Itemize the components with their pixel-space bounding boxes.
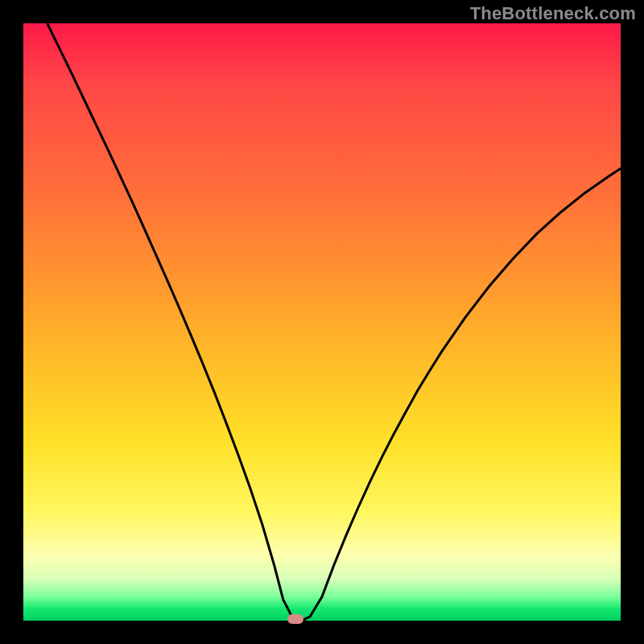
optimal-marker	[287, 614, 303, 624]
curve-svg	[23, 23, 621, 621]
chart-frame: TheBottleneck.com	[0, 0, 644, 644]
bottleneck-curve	[47, 23, 621, 620]
watermark-text: TheBottleneck.com	[470, 3, 636, 24]
plot-area	[23, 23, 621, 621]
